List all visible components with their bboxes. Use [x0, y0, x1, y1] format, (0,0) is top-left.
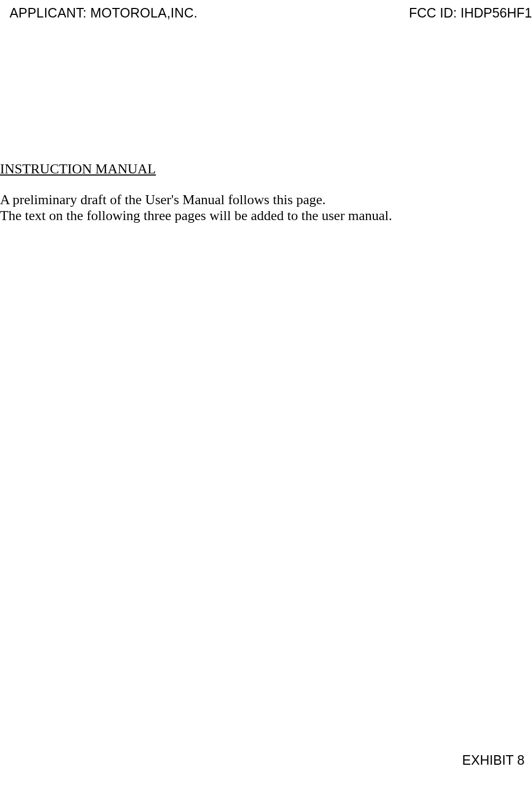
document-page: APPLICANT: MOTOROLA,INC. FCC ID: IHDP56H… [0, 0, 532, 787]
fcc-id-header: FCC ID: IHDP56HF1 [409, 5, 532, 21]
section-heading: INSTRUCTION MANUAL [0, 161, 156, 177]
paragraph-line-2: The text on the following three pages wi… [0, 208, 392, 224]
body-paragraph: A preliminary draft of the User's Manual… [0, 192, 392, 224]
paragraph-line-1: A preliminary draft of the User's Manual… [0, 192, 392, 208]
applicant-header: APPLICANT: MOTOROLA,INC. [10, 5, 197, 21]
exhibit-footer: EXHIBIT 8 [462, 753, 525, 768]
